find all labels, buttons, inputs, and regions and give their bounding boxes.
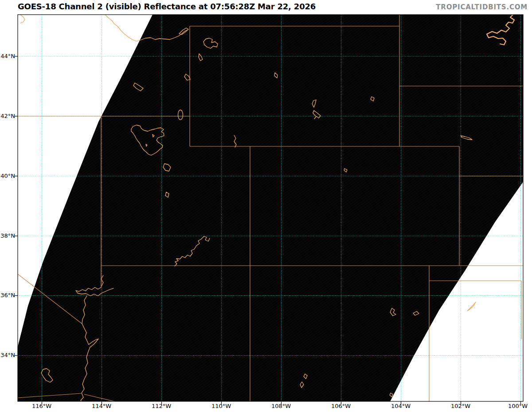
lon-tick-label: 116°W	[27, 403, 56, 410]
lat-tick-label: 38°N	[0, 233, 15, 239]
lon-tick-label: 100°W	[504, 403, 532, 410]
lat-tick-label: 34°N	[0, 352, 15, 358]
lat-tick-label: 44°N	[0, 53, 15, 59]
lon-tick-label: 112°W	[147, 403, 176, 410]
satellite-image-page: { "header": { "title": "GOES-18 Channel …	[0, 0, 532, 412]
lon-tick-label: 104°W	[387, 403, 415, 410]
lon-tick-label: 108°W	[267, 403, 295, 410]
lat-tick-label: 42°N	[0, 113, 15, 119]
lon-tick-label: 114°W	[87, 403, 116, 410]
lat-tick-label: 40°N	[0, 173, 15, 179]
lat-tick-label: 36°N	[0, 292, 15, 298]
satellite-map	[0, 0, 532, 412]
lon-tick-label: 102°W	[446, 403, 475, 410]
lon-tick-label: 110°W	[207, 403, 235, 410]
lon-tick-label: 106°W	[327, 403, 355, 410]
